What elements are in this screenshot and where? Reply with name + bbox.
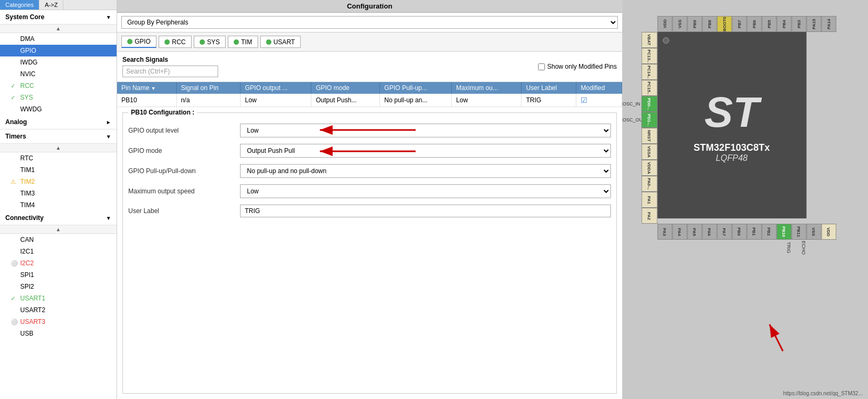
sidebar-item-tim2[interactable]: ⚠ TIM2 bbox=[0, 176, 117, 188]
sidebar-item-iwdg[interactable]: IWDG bbox=[0, 56, 117, 68]
config-header: Configuration bbox=[117, 0, 622, 13]
pin-nrst[interactable]: NRST bbox=[641, 128, 657, 144]
pin-boot0[interactable]: BOOT0 bbox=[717, 16, 732, 32]
config-row-pull: GPIO Pull-up/Pull-down No pull-up and no… bbox=[128, 164, 611, 178]
cell-max: Low bbox=[452, 94, 522, 107]
sidebar-item-i2c1[interactable]: I2C1 bbox=[0, 246, 117, 257]
table-row[interactable]: PB10 n/a Low Output Push... No pull-up a… bbox=[117, 94, 622, 107]
section-timers[interactable]: Timers ▼ bbox=[0, 129, 117, 144]
tab-categories[interactable]: Categories bbox=[0, 0, 39, 10]
pin-pa4[interactable]: PA4 bbox=[672, 224, 687, 240]
scroll-up-system[interactable]: ▲ bbox=[0, 25, 117, 33]
pin-pd0[interactable]: PD0-.. bbox=[641, 96, 657, 112]
select-pull[interactable]: No pull-up and no pull-down bbox=[240, 164, 611, 178]
sidebar-item-dma[interactable]: DMA bbox=[0, 33, 117, 45]
pin-pc14[interactable]: PC14.. bbox=[641, 64, 657, 80]
sidebar-item-gpio[interactable]: GPIO bbox=[0, 45, 117, 56]
pin-pc13[interactable]: PC13.. bbox=[641, 48, 657, 64]
scroll-up-conn[interactable]: ▲ bbox=[0, 225, 117, 234]
col-max-output[interactable]: Maximum ou... bbox=[452, 82, 522, 94]
pin-pb11[interactable]: PB11 bbox=[791, 224, 806, 240]
select-output-level[interactable]: Low bbox=[240, 124, 611, 137]
scroll-up-timers[interactable]: ▲ bbox=[0, 144, 117, 152]
label-rcc-osc-in: RCC_OSC_IN bbox=[623, 101, 641, 107]
col-signal[interactable]: Signal on Pin bbox=[176, 82, 240, 94]
tim-dot bbox=[234, 39, 239, 45]
sidebar-item-rcc[interactable]: ✓ RCC bbox=[0, 80, 117, 92]
sidebar-item-usb[interactable]: USB bbox=[0, 328, 117, 339]
pin-pa6[interactable]: PA6 bbox=[702, 224, 717, 240]
tab-gpio[interactable]: GPIO bbox=[121, 36, 156, 48]
config-row-user-label: User Label bbox=[128, 205, 611, 217]
select-max-speed[interactable]: Low bbox=[240, 184, 611, 198]
pin-vss-bot[interactable]: VSS bbox=[806, 224, 821, 240]
pin-pb1[interactable]: PB1 bbox=[747, 224, 762, 240]
col-modified[interactable]: Modified bbox=[576, 82, 622, 94]
pin-pb2[interactable]: PB2 bbox=[762, 224, 776, 240]
pin-pb8[interactable]: PB8 bbox=[702, 16, 717, 32]
pin-vss-top[interactable]: VSS bbox=[672, 16, 687, 32]
pin-pa14[interactable]: PA14 bbox=[821, 16, 836, 32]
sidebar-item-usart2[interactable]: USART2 bbox=[0, 304, 117, 316]
col-pin-name[interactable]: Pin Name ▼ bbox=[117, 82, 176, 94]
sidebar-item-sys[interactable]: ✓ SYS bbox=[0, 92, 117, 103]
pin-vdd-bot[interactable]: VDD bbox=[821, 224, 836, 240]
sidebar-item-can[interactable]: CAN bbox=[0, 234, 117, 246]
pin-vbat[interactable]: VBAT bbox=[641, 32, 657, 48]
sidebar-item-usart3[interactable]: ⚪ USART3 bbox=[0, 316, 117, 328]
group-by-select[interactable]: Group By Peripherals bbox=[121, 16, 618, 29]
sidebar-item-spi2[interactable]: SPI2 bbox=[0, 281, 117, 292]
pin-pb5[interactable]: PB5 bbox=[762, 16, 776, 32]
tab-az[interactable]: A->Z bbox=[39, 0, 63, 10]
tab-rcc[interactable]: RCC bbox=[159, 36, 192, 48]
pin-pb3[interactable]: PB3 bbox=[791, 16, 806, 32]
pin-pb10-bot[interactable]: PB10 bbox=[776, 224, 791, 240]
input-user-label[interactable] bbox=[240, 205, 611, 217]
col-gpio-mode[interactable]: GPIO mode bbox=[311, 82, 380, 94]
tab-tim[interactable]: TIM bbox=[228, 36, 258, 48]
sidebar-item-nvic[interactable]: NVIC bbox=[0, 68, 117, 80]
pin-vdd-top[interactable]: VDD bbox=[657, 16, 672, 32]
col-gpio-output[interactable]: GPIO output ... bbox=[241, 82, 311, 94]
chevron-right-icon: ► bbox=[106, 119, 111, 125]
search-input[interactable] bbox=[122, 66, 218, 77]
sidebar-item-spi1[interactable]: SPI1 bbox=[0, 269, 117, 281]
label-max-speed: Maximum output speed bbox=[128, 188, 235, 195]
usart-dot bbox=[266, 39, 271, 45]
pin-pa0[interactable]: PA0-.. bbox=[641, 176, 657, 192]
pin-pb9[interactable]: PB9 bbox=[687, 16, 702, 32]
pin-pa2[interactable]: PA2 bbox=[641, 208, 657, 224]
sidebar-item-tim3[interactable]: TIM3 bbox=[0, 188, 117, 199]
pin-pa1[interactable]: PA1 bbox=[641, 192, 657, 208]
show-modified-checkbox[interactable] bbox=[538, 63, 545, 70]
pin-pb7[interactable]: PB7 bbox=[732, 16, 747, 32]
pin-pd1[interactable]: PD1-.. bbox=[641, 112, 657, 128]
col-user-label[interactable]: User Label bbox=[522, 82, 576, 94]
pin-pb0[interactable]: PB0 bbox=[732, 224, 747, 240]
section-analog[interactable]: Analog ► bbox=[0, 115, 117, 129]
pin-vssa[interactable]: VSSA bbox=[641, 144, 657, 160]
pin-pa7[interactable]: PA7 bbox=[717, 224, 732, 240]
tab-usart[interactable]: USART bbox=[260, 36, 301, 48]
pin-pa3[interactable]: PA3 bbox=[657, 224, 672, 240]
sidebar-item-i2c2[interactable]: ⚪ I2C2 bbox=[0, 257, 117, 269]
sidebar-item-rtc[interactable]: RTC bbox=[0, 152, 117, 164]
sidebar-item-tim1[interactable]: TIM1 bbox=[0, 164, 117, 176]
pin-pb4[interactable]: PB4 bbox=[776, 16, 791, 32]
pin-pb6[interactable]: PB6 bbox=[747, 16, 762, 32]
pin-pa15[interactable]: PA15 bbox=[806, 16, 821, 32]
section-system-core[interactable]: System Core ▼ bbox=[0, 10, 117, 25]
sidebar-item-wwdg[interactable]: WWDG bbox=[0, 103, 117, 115]
pin-vdda[interactable]: VDDA bbox=[641, 160, 657, 176]
label-rcc-osc-out: RCC_OSC_OUT bbox=[623, 117, 641, 123]
pin-pc15[interactable]: PC15.. bbox=[641, 80, 657, 96]
chip-arrow-svg bbox=[740, 314, 804, 356]
chip-view: VDD VSS PB9 PB8 BOOT0 PB7 PB6 PB5 PB4 PB… bbox=[623, 0, 868, 399]
select-mode[interactable]: Output Push Pull bbox=[240, 144, 611, 158]
section-connectivity[interactable]: Connectivity ▼ bbox=[0, 211, 117, 225]
tab-sys[interactable]: SYS bbox=[194, 36, 226, 48]
col-gpio-pull[interactable]: GPIO Pull-up... bbox=[380, 82, 452, 94]
sidebar-item-usart1[interactable]: ✓ USART1 bbox=[0, 292, 117, 304]
pin-pa5[interactable]: PA5 bbox=[687, 224, 702, 240]
sidebar-item-tim4[interactable]: TIM4 bbox=[0, 199, 117, 211]
